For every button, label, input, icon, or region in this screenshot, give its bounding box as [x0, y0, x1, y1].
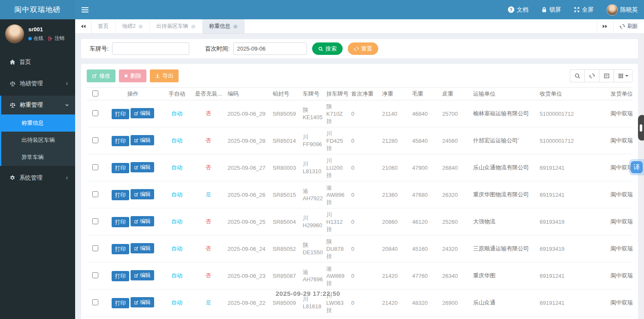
auto-mode-value: 自动	[171, 110, 182, 117]
select-all-checkbox[interactable]	[92, 90, 98, 96]
edit-icon	[134, 219, 139, 224]
scrollbar-track[interactable]	[641, 34, 644, 319]
auto-mode-value: 自动	[171, 218, 182, 225]
tabs-scroll-right-button[interactable]	[597, 19, 613, 33]
chevron-left-icon	[65, 81, 69, 86]
translate-button[interactable]: 译	[631, 161, 643, 173]
plate-input[interactable]	[112, 42, 189, 55]
seal-cell: SR80003	[270, 154, 300, 181]
edit-button[interactable]: 编辑	[131, 297, 154, 307]
print-button[interactable]: 打印	[112, 298, 129, 308]
tab-首页[interactable]: 首页	[91, 19, 115, 33]
close-tab-icon[interactable]: ⊗	[191, 23, 196, 30]
sidebar-subitem[interactable]: 异常车辆	[1, 149, 75, 166]
seal-cell: SR85014	[270, 127, 300, 154]
print-button[interactable]: 打印	[112, 271, 129, 281]
net-weight-cell: 21140	[380, 100, 410, 127]
column-header: 毛重	[410, 88, 440, 100]
refresh-icon	[589, 73, 595, 79]
seal-cell: SR85004	[270, 208, 300, 235]
first-net-cell: 0	[349, 127, 380, 154]
auto-mode-value: 自动	[171, 272, 182, 279]
edit-button[interactable]: 编辑	[131, 270, 154, 280]
first-time-input[interactable]	[233, 42, 307, 55]
filled-value: 是	[206, 299, 211, 306]
row-checkbox[interactable]	[92, 245, 98, 251]
sidebar-subitem[interactable]: 出待装区车辆	[1, 132, 75, 149]
edit-button[interactable]: 编辑	[131, 243, 154, 253]
first-net-cell: 0	[349, 100, 380, 127]
tare-weight-cell: 26340	[440, 262, 471, 289]
plate-cell: 渝 AH7696	[300, 262, 324, 289]
trailer-plate-cell: 陕 K710Z 挂	[324, 100, 349, 127]
fullscreen-button[interactable]: 全屏	[568, 0, 600, 19]
filled-value: 否	[206, 137, 211, 144]
modify-button[interactable]: 修改	[87, 69, 115, 82]
close-tab-icon[interactable]: ⊗	[233, 23, 238, 30]
table-row: 打印编辑自动否2025-09-06_24SR85052陕 DE1550陕 DU8…	[87, 235, 632, 262]
sender-cell: 阆中双瑞	[608, 208, 632, 235]
user-menu[interactable]: 陈晓英	[600, 0, 644, 19]
sidebar-toggle-icon[interactable]	[75, 0, 95, 19]
code-cell: 2025-09-06_28	[225, 127, 270, 154]
docs-button[interactable]: ? 文档	[501, 0, 535, 19]
sidebar-item-scale-mgmt[interactable]: 地磅管理	[0, 74, 75, 93]
row-checkbox[interactable]	[92, 218, 98, 224]
row-checkbox[interactable]	[92, 299, 98, 305]
tab-出待装区车辆[interactable]: 出待装区车辆⊗	[150, 19, 203, 33]
transport-company-cell: 重庆华图	[471, 262, 537, 289]
code-cell: 2025-09-06_24	[225, 235, 270, 262]
plate-cell: 陕 KE1405	[300, 100, 324, 127]
top-navbar: 阆中双瑞地磅 ? 文档 锁屏 全屏 陈晓英	[0, 0, 644, 19]
row-checkbox[interactable]	[92, 191, 98, 197]
tare-weight-cell: 26900	[440, 289, 471, 316]
refresh-icon	[620, 24, 625, 29]
reset-button[interactable]: 重置	[348, 42, 378, 55]
export-button[interactable]: 导出	[150, 69, 179, 82]
print-button[interactable]: 打印	[112, 244, 129, 254]
sidebar-item-home[interactable]: 首页	[0, 53, 75, 72]
row-checkbox[interactable]	[92, 110, 98, 116]
sidebar-item-weighing-mgmt[interactable]: 称重管理	[1, 96, 75, 114]
table-toolbar: 修改 ✖ 删除 导出	[87, 69, 632, 82]
logout-link[interactable]: 注销	[55, 35, 64, 42]
lock-screen-button[interactable]: 锁屏	[535, 0, 568, 19]
print-button[interactable]: 打印	[112, 190, 129, 200]
delete-button[interactable]: ✖ 删除	[119, 69, 146, 82]
print-button[interactable]: 打印	[112, 136, 129, 146]
tab-地磅2[interactable]: 地磅2⊗	[115, 19, 150, 33]
row-checkbox[interactable]	[92, 272, 98, 278]
edit-button[interactable]: 编辑	[131, 108, 154, 118]
edit-button[interactable]: 编辑	[131, 189, 154, 199]
print-button[interactable]: 打印	[112, 109, 129, 119]
sidebar-subitem[interactable]: 称重信息	[1, 114, 75, 132]
tab-称重信息[interactable]: 称重信息⊗	[203, 19, 245, 33]
sidebar-item-system-mgmt[interactable]: 系统管理	[0, 169, 75, 187]
print-button[interactable]: 打印	[112, 163, 129, 173]
search-button[interactable]: 搜索	[312, 42, 343, 55]
net-weight-cell: 21420	[380, 262, 410, 289]
table-row: 打印编辑自动是2025-09-06_26SR85015渝 AH7922渝 AW8…	[87, 181, 632, 208]
tabs-scroll-left-button[interactable]	[75, 19, 91, 33]
scrollbar-thumb[interactable]	[638, 115, 644, 141]
edit-button[interactable]: 编辑	[131, 162, 154, 172]
refresh-tab-button[interactable]: 刷新	[613, 19, 644, 33]
tab-list: 首页地磅2⊗出待装区车辆⊗称重信息⊗	[91, 19, 245, 33]
filled-value: 否	[206, 272, 211, 279]
table-search-button[interactable]	[570, 69, 585, 82]
print-button[interactable]: 打印	[112, 217, 129, 227]
transport-company-cell: 榆林塞福运输有限公司	[471, 100, 537, 127]
row-checkbox[interactable]	[92, 137, 98, 143]
row-checkbox[interactable]	[92, 164, 98, 170]
edit-button[interactable]: 编辑	[131, 135, 154, 145]
seal-cell: SR85015	[270, 181, 300, 208]
table-refresh-button[interactable]	[584, 69, 599, 82]
columns-dropdown-button[interactable]	[614, 69, 632, 82]
card-view-button[interactable]	[599, 69, 614, 82]
sender-cell: 阆中双瑞	[608, 181, 632, 208]
tare-weight-cell: 25700	[440, 100, 471, 127]
table-row: 打印编辑自动否2025-09-06_28SR85014川 FF9096川 FD4…	[87, 127, 632, 154]
close-tab-icon[interactable]: ⊗	[138, 23, 143, 30]
edit-button[interactable]: 编辑	[131, 216, 154, 226]
net-weight-cell: 21060	[380, 154, 410, 181]
